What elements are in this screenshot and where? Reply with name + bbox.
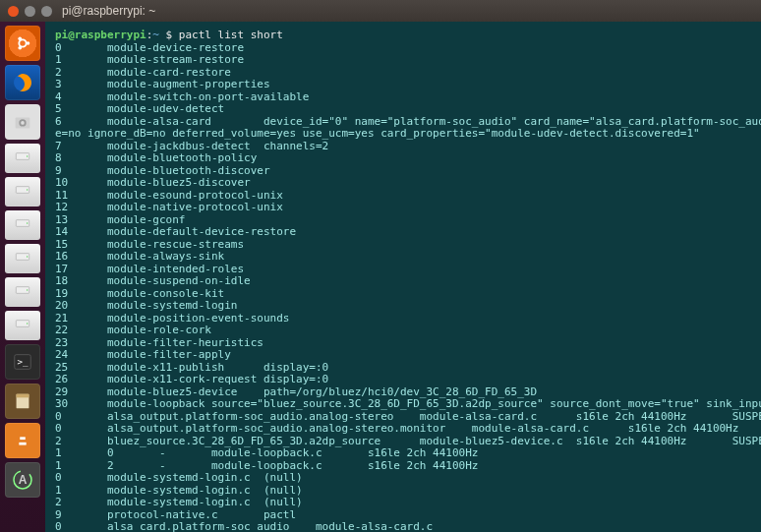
output-line: 2 module-systemd-login.c (null)	[55, 497, 751, 509]
drive-icon[interactable]	[5, 244, 40, 273]
svg-text:>_: >_	[18, 356, 29, 367]
software-updater-icon[interactable]: A	[5, 462, 40, 498]
svg-point-20	[27, 323, 28, 324]
svg-point-14	[27, 222, 28, 223]
vlc-icon[interactable]	[5, 423, 40, 458]
documents-icon[interactable]	[5, 384, 40, 419]
output-line: 1 0 - module-loopback.c s16le 2ch 44100H…	[55, 447, 751, 460]
close-icon[interactable]	[8, 6, 19, 17]
svg-rect-26	[20, 437, 26, 440]
prompt-path: ~	[152, 29, 159, 41]
output-line: 1 module-stream-restore	[55, 54, 751, 67]
svg-marker-25	[18, 433, 27, 448]
unity-launcher: >_ A	[0, 22, 45, 532]
output-line: 14 module-default-device-restore	[55, 226, 751, 239]
output-line: 26 module-x11-cork-request display=:0	[55, 374, 751, 386]
svg-point-4	[18, 46, 22, 50]
prompt-user-host: pi@raspberrypi	[55, 29, 146, 41]
output-line: 5 module-udev-detect	[55, 103, 751, 116]
output-line: 8 module-bluetooth-policy	[55, 152, 751, 165]
output-line: 24 module-filter-apply	[55, 349, 751, 362]
output-line: 12 module-native-protocol-unix	[55, 202, 751, 214]
ubuntu-dash-icon[interactable]	[5, 26, 40, 61]
drive-icon[interactable]	[5, 177, 40, 207]
minimize-icon[interactable]	[25, 6, 35, 17]
svg-rect-27	[19, 443, 26, 445]
output-line: 0 module-systemd-login.c (null)	[55, 472, 751, 485]
output-line: 0 alsa_output.platform-soc_audio.analog-…	[55, 423, 751, 436]
output-line: 18 module-suspend-on-idle	[55, 275, 751, 288]
output-line: e=no ignore_dB=no deferred_volume=yes us…	[55, 128, 751, 141]
svg-point-8	[21, 121, 25, 125]
output-line: 0 alsa_card.platform-soc_audio module-al…	[55, 521, 751, 532]
drive-icon[interactable]	[5, 144, 40, 173]
drive-icon[interactable]	[5, 277, 40, 307]
drive-icon[interactable]	[5, 210, 40, 240]
output-line: 16 module-always-sink	[55, 251, 751, 264]
output-line: 3 module-augment-properties	[55, 79, 751, 91]
svg-point-16	[27, 256, 28, 257]
svg-text:A: A	[19, 473, 28, 487]
prompt-line: pi@raspberrypi:~ $ pactl list short	[55, 30, 751, 42]
svg-point-18	[27, 289, 28, 290]
files-icon[interactable]	[5, 104, 40, 140]
typed-command: pactl list short	[179, 29, 283, 41]
output-line: 10 module-bluez5-discover	[55, 177, 751, 190]
firefox-icon[interactable]	[5, 65, 40, 100]
svg-point-3	[18, 36, 22, 40]
window-title: pi@raspberrypi: ~	[62, 4, 155, 18]
titlebar[interactable]: pi@raspberrypi: ~	[0, 0, 761, 23]
maximize-icon[interactable]	[41, 6, 52, 17]
svg-rect-24	[17, 394, 29, 398]
svg-point-2	[27, 41, 30, 45]
output-line: 30 module-loopback source="bluez_source.…	[55, 398, 751, 411]
terminal-output: 0 module-device-restore1 module-stream-r…	[55, 42, 751, 533]
svg-point-12	[27, 189, 28, 190]
svg-point-10	[27, 155, 28, 156]
terminal-window: pi@raspberrypi: ~ >_ A pi@raspberry	[0, 0, 761, 532]
terminal-icon[interactable]: >_	[5, 344, 40, 380]
output-line: 22 module-role-cork	[55, 325, 751, 337]
terminal-body[interactable]: pi@raspberrypi:~ $ pactl list short 0 mo…	[45, 22, 761, 532]
output-line: 20 module-systemd-login	[55, 300, 751, 313]
drive-icon[interactable]	[5, 311, 40, 340]
